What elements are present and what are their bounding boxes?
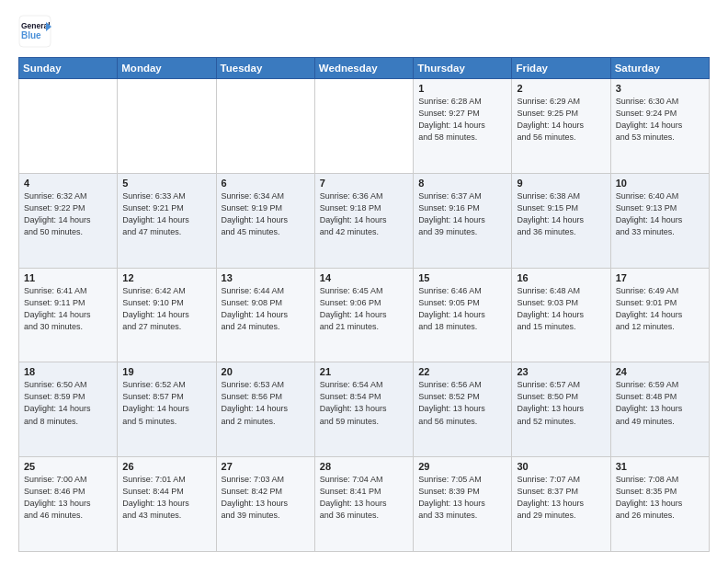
svg-text:Blue: Blue — [21, 30, 41, 40]
day-info: Sunrise: 6:41 AM Sunset: 9:11 PM Dayligh… — [24, 285, 112, 333]
calendar-cell: 9Sunrise: 6:38 AM Sunset: 9:15 PM Daylig… — [512, 173, 610, 268]
calendar-cell: 7Sunrise: 6:36 AM Sunset: 9:18 PM Daylig… — [314, 173, 413, 268]
day-number: 26 — [122, 461, 210, 472]
day-info: Sunrise: 6:33 AM Sunset: 9:21 PM Dayligh… — [122, 190, 210, 238]
svg-text:General: General — [21, 21, 51, 30]
day-info: Sunrise: 6:54 AM Sunset: 8:54 PM Dayligh… — [320, 379, 408, 427]
day-number: 16 — [517, 272, 605, 283]
day-info: Sunrise: 6:28 AM Sunset: 9:27 PM Dayligh… — [418, 96, 506, 144]
logo: General Blue — [18, 15, 51, 48]
calendar-cell: 27Sunrise: 7:03 AM Sunset: 8:42 PM Dayli… — [216, 457, 314, 552]
day-number: 11 — [24, 272, 112, 283]
day-number: 2 — [517, 83, 605, 94]
calendar-cell: 22Sunrise: 6:56 AM Sunset: 8:52 PM Dayli… — [414, 362, 512, 457]
day-info: Sunrise: 6:30 AM Sunset: 9:24 PM Dayligh… — [616, 96, 704, 144]
day-info: Sunrise: 6:34 AM Sunset: 9:19 PM Dayligh… — [222, 190, 310, 238]
calendar-cell: 26Sunrise: 7:01 AM Sunset: 8:44 PM Dayli… — [118, 457, 216, 552]
day-info: Sunrise: 7:07 AM Sunset: 8:37 PM Dayligh… — [517, 474, 605, 522]
calendar-cell: 3Sunrise: 6:30 AM Sunset: 9:24 PM Daylig… — [610, 79, 709, 174]
day-info: Sunrise: 6:53 AM Sunset: 8:56 PM Dayligh… — [222, 379, 310, 427]
calendar-cell: 30Sunrise: 7:07 AM Sunset: 8:37 PM Dayli… — [512, 457, 610, 552]
day-number: 17 — [616, 272, 704, 283]
calendar-table: SundayMondayTuesdayWednesdayThursdayFrid… — [18, 57, 710, 552]
day-info: Sunrise: 6:59 AM Sunset: 8:48 PM Dayligh… — [616, 379, 704, 427]
calendar-week-row: 11Sunrise: 6:41 AM Sunset: 9:11 PM Dayli… — [19, 268, 710, 362]
calendar-header-row: SundayMondayTuesdayWednesdayThursdayFrid… — [19, 58, 710, 79]
col-header-thursday: Thursday — [414, 58, 512, 79]
day-number: 25 — [24, 461, 112, 472]
day-number: 29 — [418, 461, 506, 472]
col-header-saturday: Saturday — [610, 58, 709, 79]
day-number: 31 — [616, 461, 704, 472]
calendar-cell: 20Sunrise: 6:53 AM Sunset: 8:56 PM Dayli… — [216, 362, 314, 457]
day-number: 12 — [122, 272, 210, 283]
col-header-monday: Monday — [118, 58, 216, 79]
day-info: Sunrise: 7:04 AM Sunset: 8:41 PM Dayligh… — [320, 474, 408, 522]
day-number: 10 — [616, 178, 704, 189]
day-number: 18 — [24, 366, 112, 377]
calendar-cell: 14Sunrise: 6:45 AM Sunset: 9:06 PM Dayli… — [314, 268, 413, 362]
day-number: 30 — [517, 461, 605, 472]
day-info: Sunrise: 6:52 AM Sunset: 8:57 PM Dayligh… — [122, 379, 210, 427]
day-number: 7 — [320, 178, 408, 189]
day-number: 23 — [517, 366, 605, 377]
day-info: Sunrise: 6:36 AM Sunset: 9:18 PM Dayligh… — [320, 190, 408, 238]
calendar-cell: 16Sunrise: 6:48 AM Sunset: 9:03 PM Dayli… — [512, 268, 610, 362]
col-header-wednesday: Wednesday — [314, 58, 413, 79]
day-info: Sunrise: 6:38 AM Sunset: 9:15 PM Dayligh… — [517, 190, 605, 238]
calendar-cell: 2Sunrise: 6:29 AM Sunset: 9:25 PM Daylig… — [512, 79, 610, 174]
calendar-week-row: 4Sunrise: 6:32 AM Sunset: 9:22 PM Daylig… — [19, 173, 710, 268]
day-info: Sunrise: 6:40 AM Sunset: 9:13 PM Dayligh… — [616, 190, 704, 238]
day-number: 22 — [418, 366, 506, 377]
calendar-cell: 13Sunrise: 6:44 AM Sunset: 9:08 PM Dayli… — [216, 268, 314, 362]
day-info: Sunrise: 6:45 AM Sunset: 9:06 PM Dayligh… — [320, 285, 408, 333]
day-number: 13 — [222, 272, 310, 283]
calendar-cell: 31Sunrise: 7:08 AM Sunset: 8:35 PM Dayli… — [610, 457, 709, 552]
day-info: Sunrise: 7:03 AM Sunset: 8:42 PM Dayligh… — [222, 474, 310, 522]
day-info: Sunrise: 6:32 AM Sunset: 9:22 PM Dayligh… — [24, 190, 112, 238]
page: General Blue SundayMondayTuesdayWednesda… — [0, 0, 728, 563]
day-number: 27 — [222, 461, 310, 472]
calendar-cell: 4Sunrise: 6:32 AM Sunset: 9:22 PM Daylig… — [19, 173, 118, 268]
calendar-cell: 23Sunrise: 6:57 AM Sunset: 8:50 PM Dayli… — [512, 362, 610, 457]
calendar-cell: 8Sunrise: 6:37 AM Sunset: 9:16 PM Daylig… — [414, 173, 512, 268]
calendar-week-row: 1Sunrise: 6:28 AM Sunset: 9:27 PM Daylig… — [19, 79, 710, 174]
calendar-week-row: 25Sunrise: 7:00 AM Sunset: 8:46 PM Dayli… — [19, 457, 710, 552]
col-header-sunday: Sunday — [19, 58, 118, 79]
logo-icon: General Blue — [18, 15, 51, 48]
day-info: Sunrise: 6:44 AM Sunset: 9:08 PM Dayligh… — [222, 285, 310, 333]
day-number: 24 — [616, 366, 704, 377]
calendar-cell — [314, 79, 413, 174]
day-info: Sunrise: 6:50 AM Sunset: 8:59 PM Dayligh… — [24, 379, 112, 427]
calendar-cell: 19Sunrise: 6:52 AM Sunset: 8:57 PM Dayli… — [118, 362, 216, 457]
day-info: Sunrise: 6:37 AM Sunset: 9:16 PM Dayligh… — [418, 190, 506, 238]
calendar-cell: 24Sunrise: 6:59 AM Sunset: 8:48 PM Dayli… — [610, 362, 709, 457]
day-number: 8 — [418, 178, 506, 189]
day-number: 19 — [122, 366, 210, 377]
day-number: 15 — [418, 272, 506, 283]
calendar-cell: 12Sunrise: 6:42 AM Sunset: 9:10 PM Dayli… — [118, 268, 216, 362]
day-info: Sunrise: 6:56 AM Sunset: 8:52 PM Dayligh… — [418, 379, 506, 427]
calendar-cell: 10Sunrise: 6:40 AM Sunset: 9:13 PM Dayli… — [610, 173, 709, 268]
calendar-cell: 5Sunrise: 6:33 AM Sunset: 9:21 PM Daylig… — [118, 173, 216, 268]
day-info: Sunrise: 6:29 AM Sunset: 9:25 PM Dayligh… — [517, 96, 605, 144]
day-info: Sunrise: 7:01 AM Sunset: 8:44 PM Dayligh… — [122, 474, 210, 522]
day-info: Sunrise: 7:08 AM Sunset: 8:35 PM Dayligh… — [616, 474, 704, 522]
calendar-cell: 17Sunrise: 6:49 AM Sunset: 9:01 PM Dayli… — [610, 268, 709, 362]
day-number: 14 — [320, 272, 408, 283]
calendar-cell: 29Sunrise: 7:05 AM Sunset: 8:39 PM Dayli… — [414, 457, 512, 552]
calendar-cell: 18Sunrise: 6:50 AM Sunset: 8:59 PM Dayli… — [19, 362, 118, 457]
day-number: 4 — [24, 178, 112, 189]
calendar-cell: 25Sunrise: 7:00 AM Sunset: 8:46 PM Dayli… — [19, 457, 118, 552]
day-number: 20 — [222, 366, 310, 377]
day-info: Sunrise: 6:57 AM Sunset: 8:50 PM Dayligh… — [517, 379, 605, 427]
day-number: 5 — [122, 178, 210, 189]
calendar-cell — [118, 79, 216, 174]
col-header-tuesday: Tuesday — [216, 58, 314, 79]
day-info: Sunrise: 6:42 AM Sunset: 9:10 PM Dayligh… — [122, 285, 210, 333]
calendar-cell: 6Sunrise: 6:34 AM Sunset: 9:19 PM Daylig… — [216, 173, 314, 268]
day-info: Sunrise: 7:00 AM Sunset: 8:46 PM Dayligh… — [24, 474, 112, 522]
day-number: 3 — [616, 83, 704, 94]
calendar-cell: 28Sunrise: 7:04 AM Sunset: 8:41 PM Dayli… — [314, 457, 413, 552]
day-number: 21 — [320, 366, 408, 377]
